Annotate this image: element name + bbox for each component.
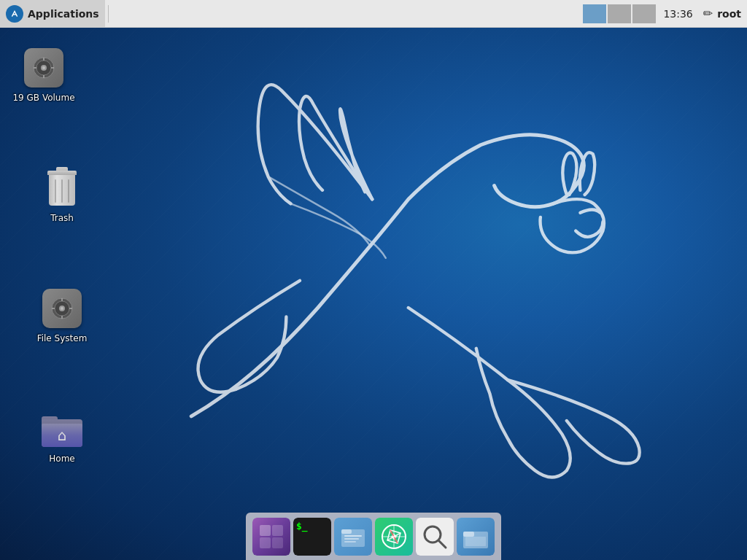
desktop: Applications 13:36 ✏ root xyxy=(0,0,747,560)
trash-icon-desktop[interactable]: Trash xyxy=(33,168,91,225)
svg-point-12 xyxy=(61,307,63,310)
svg-rect-37 xyxy=(465,537,486,546)
dock: $_ xyxy=(246,513,501,560)
trash-label: Trash xyxy=(47,211,77,225)
svg-point-4 xyxy=(42,66,45,69)
workspace-1-button[interactable] xyxy=(583,4,606,23)
svg-rect-36 xyxy=(463,532,474,537)
pen-icon[interactable]: ✏ xyxy=(700,5,716,22)
dock-browser[interactable] xyxy=(375,518,413,556)
filesystem-icon-image xyxy=(42,288,82,329)
svg-rect-18 xyxy=(272,525,283,536)
home-icon-desktop[interactable]: ⌂ Home xyxy=(33,408,91,465)
clock-display: 13:36 xyxy=(657,8,698,20)
volume-icon-desktop[interactable]: 19 GB Volume xyxy=(15,47,73,104)
kali-logo-icon xyxy=(6,5,23,23)
svg-line-34 xyxy=(438,540,446,548)
dock-files[interactable] xyxy=(334,518,372,556)
terminal-prompt-icon: $_ xyxy=(296,521,308,532)
home-symbol: ⌂ xyxy=(58,428,67,443)
dock-folder[interactable] xyxy=(457,518,495,556)
home-label: Home xyxy=(46,452,77,465)
svg-rect-20 xyxy=(272,537,283,548)
dock-search[interactable] xyxy=(416,518,454,556)
panel-separator xyxy=(108,5,109,23)
svg-rect-19 xyxy=(260,537,271,548)
svg-rect-23 xyxy=(344,535,362,537)
volume-icon-image xyxy=(23,47,64,88)
volume-label: 19 GB Volume xyxy=(9,91,77,104)
home-icon-image: ⌂ xyxy=(42,408,82,449)
workspace-2-button[interactable] xyxy=(608,4,631,23)
panel-right: 13:36 ✏ root xyxy=(583,4,747,23)
filesystem-label: File System xyxy=(34,332,90,345)
dock-terminal[interactable]: $_ xyxy=(293,518,331,556)
username-display: root xyxy=(717,8,741,20)
svg-rect-25 xyxy=(344,541,356,542)
svg-rect-24 xyxy=(344,538,359,540)
dock-desktop-switcher[interactable] xyxy=(252,518,290,556)
trash-body xyxy=(49,175,75,206)
filesystem-icon-desktop[interactable]: File System xyxy=(33,288,91,345)
applications-label: Applications xyxy=(28,8,99,20)
trash-icon-image xyxy=(42,168,82,209)
folder-front: ⌂ xyxy=(42,424,82,447)
workspace-3-button[interactable] xyxy=(632,4,656,23)
svg-rect-22 xyxy=(341,529,352,534)
svg-rect-17 xyxy=(260,525,271,536)
trash-lid xyxy=(47,171,77,175)
top-panel: Applications 13:36 ✏ root xyxy=(0,0,747,28)
applications-menu[interactable]: Applications xyxy=(0,0,105,27)
kali-dragon-logo xyxy=(117,36,664,489)
